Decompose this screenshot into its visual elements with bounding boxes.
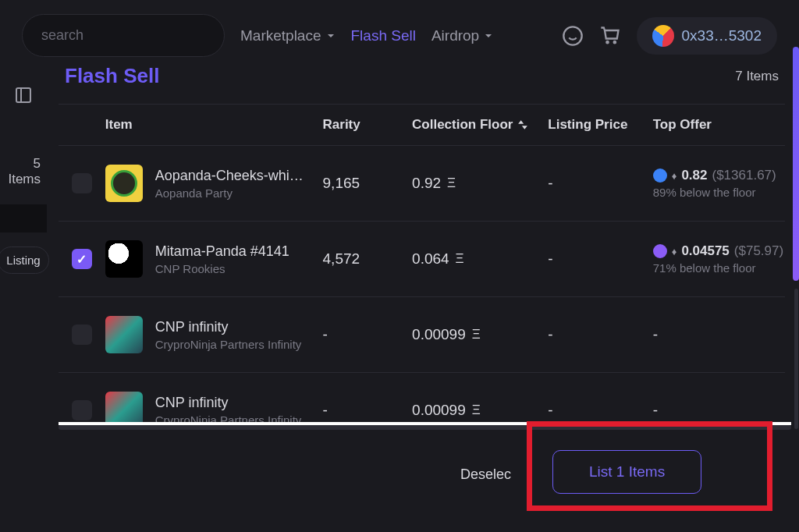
floor-value: 0.00099Ξ [412, 326, 548, 343]
nav-airdrop[interactable]: Airdrop [431, 27, 493, 44]
sidebar-items-count: 5 Items [0, 148, 47, 195]
row-checkbox[interactable] [72, 249, 92, 269]
wallet-address: 0x33…5302 [682, 27, 762, 44]
offer-cell: ♦ 0.04575 ($75.97) 71% below the floor [653, 243, 785, 275]
offer-cell: ♦ 0.82 ($1361.67) 89% below the floor [653, 168, 785, 199]
offer-usd: ($1361.67) [712, 168, 776, 183]
floor-value: 0.064Ξ [412, 250, 548, 268]
listing-value: - [548, 326, 652, 343]
nav-label: Flash Sell [351, 27, 416, 44]
item-name: CNP infinity [155, 319, 302, 335]
nav-flash-sell[interactable]: Flash Sell [351, 27, 416, 44]
listing-value: - [548, 250, 652, 268]
item-name: CNP infinity [155, 395, 302, 411]
rarity-value: - [323, 402, 413, 419]
sidebar-box [0, 204, 47, 232]
col-offer[interactable]: Top Offer [653, 117, 785, 133]
scrollbar-accent[interactable] [793, 47, 799, 281]
col-listing[interactable]: Listing Price [548, 117, 652, 133]
table-row[interactable]: CNP infinity CryproNinja Partners Infini… [59, 372, 785, 448]
table-row[interactable]: Aopanda-Cheeks-whi… Aopanda Party 9,165 … [59, 145, 785, 221]
item-collection: CryproNinja Partners Infinity [155, 338, 302, 351]
wallet-avatar [652, 25, 674, 47]
svg-rect-1 [16, 88, 30, 102]
sort-icon [517, 119, 528, 130]
chevron-down-icon [484, 31, 493, 41]
table-row[interactable]: CNP infinity CryproNinja Partners Infini… [59, 296, 785, 372]
item-collection: Aopanda Party [155, 186, 304, 200]
cart-icon[interactable] [599, 25, 621, 47]
rarity-value: 9,165 [323, 175, 413, 192]
nft-thumbnail [105, 240, 143, 278]
rarity-value: - [323, 326, 413, 343]
sidebar: 5 Items Listing [0, 70, 47, 274]
scrollbar-track[interactable] [794, 289, 798, 429]
offer-value: 0.04575 [681, 243, 729, 259]
row-checkbox[interactable] [72, 173, 92, 193]
eth-icon: ♦ [672, 246, 677, 257]
item-name: Mitama-Panda #4141 [155, 243, 289, 260]
svg-point-0 [563, 27, 581, 44]
col-floor[interactable]: Collection Floor [412, 117, 548, 133]
activity-icon[interactable] [562, 25, 584, 47]
marketplace-badge-icon [653, 244, 667, 258]
marketplace-badge-icon [653, 168, 667, 183]
eth-icon: ♦ [672, 170, 677, 182]
deselect-button[interactable]: Deselec [460, 466, 511, 483]
footer-divider-grey [59, 425, 791, 430]
total-items: 7 Items [735, 69, 779, 84]
col-floor-label: Collection Floor [412, 117, 513, 133]
nav-label: Marketplace [240, 27, 321, 44]
offer-below: 89% below the floor [653, 186, 785, 199]
item-name: Aopanda-Cheeks-whi… [155, 168, 304, 184]
wallet-button[interactable]: 0x33…5302 [637, 17, 777, 55]
search-input[interactable] [22, 14, 225, 57]
listing-value: - [548, 175, 652, 192]
nft-thumbnail [105, 165, 143, 202]
list-items-button[interactable]: List 1 Items [552, 450, 701, 494]
listing-value: - [548, 402, 652, 419]
listing-pill[interactable]: Listing [0, 246, 49, 274]
offer-value: - [653, 326, 785, 343]
nav-marketplace[interactable]: Marketplace [240, 27, 336, 44]
chevron-down-icon [326, 31, 336, 41]
row-checkbox[interactable] [72, 325, 92, 345]
offer-value: 0.82 [681, 168, 707, 183]
floor-value: 0.00099Ξ [412, 402, 548, 419]
offer-below: 71% below the floor [653, 261, 785, 275]
rarity-value: 4,572 [323, 250, 413, 268]
nav-label: Airdrop [431, 27, 479, 44]
page-title: Flash Sell [65, 64, 159, 88]
nft-thumbnail [105, 316, 143, 353]
col-rarity[interactable]: Rarity [323, 117, 413, 133]
table-row[interactable]: Mitama-Panda #4141 CNP Rookies 4,572 0.0… [59, 221, 785, 296]
floor-value: 0.92Ξ [412, 175, 548, 192]
offer-usd: ($75.97) [734, 243, 783, 259]
panel-icon[interactable] [14, 86, 33, 105]
col-item: Item [105, 117, 323, 133]
row-checkbox[interactable] [72, 400, 92, 420]
offer-value: - [653, 402, 785, 419]
table-header: Item Rarity Collection Floor Listing Pri… [59, 104, 785, 145]
item-collection: CNP Rookies [155, 262, 289, 275]
